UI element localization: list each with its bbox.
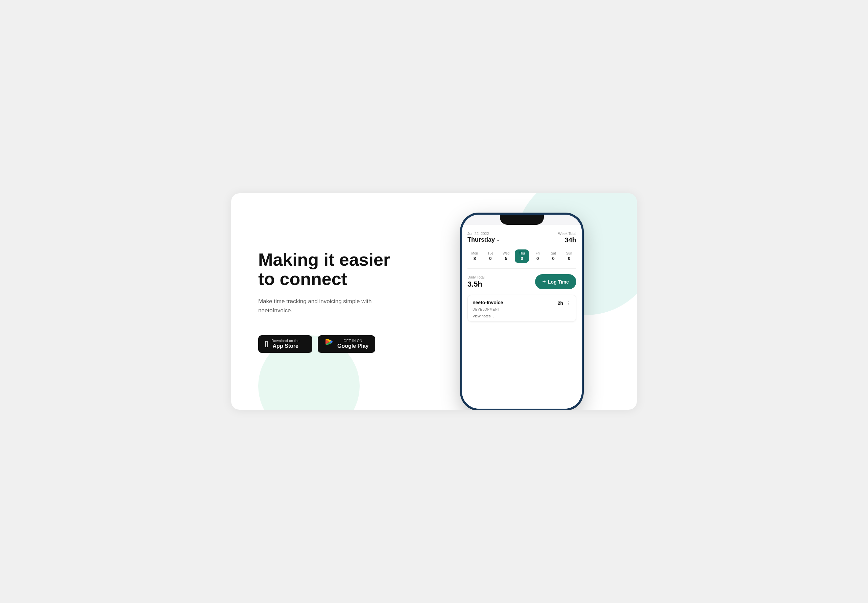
app-store-small-label: Download on the bbox=[272, 339, 300, 343]
day-pill-num: 0 bbox=[489, 256, 491, 261]
main-title: Making it easier to connect bbox=[258, 250, 400, 289]
app-store-button[interactable]:  Download on the App Store bbox=[258, 335, 312, 353]
view-notes-label: View notes bbox=[473, 314, 491, 318]
entry-project-name: neeto-Invoice bbox=[473, 300, 503, 305]
divider bbox=[468, 268, 576, 269]
week-total-value: 34h bbox=[558, 236, 576, 244]
phone-screen: Jun 22, 2022 Thursday ⌄ Week Total 34h bbox=[462, 225, 582, 409]
log-time-button[interactable]: + Log Time bbox=[535, 274, 576, 289]
day-pill-name: Fri bbox=[536, 252, 540, 255]
entry-right-block: 2h ⋮ bbox=[558, 300, 571, 306]
main-card: Making it easier to connect Make time tr… bbox=[231, 193, 637, 410]
date-small: Jun 22, 2022 bbox=[468, 232, 500, 236]
app-header: Jun 22, 2022 Thursday ⌄ Week Total 34h bbox=[468, 232, 576, 244]
day-label: Thursday bbox=[468, 236, 495, 243]
day-pill-wed[interactable]: Wed 5 bbox=[499, 249, 513, 263]
day-pill-fri[interactable]: Fri 0 bbox=[530, 249, 545, 263]
log-time-label: Log Time bbox=[548, 279, 569, 284]
right-section: Jun 22, 2022 Thursday ⌄ Week Total 34h bbox=[420, 193, 637, 410]
day-pill-name: Sun bbox=[566, 252, 572, 255]
entry-card: neeto-Invoice 2h ⋮ DEVELOPMENT View note… bbox=[468, 295, 576, 322]
entry-tag: DEVELOPMENT bbox=[473, 308, 571, 311]
phone-mockup: Jun 22, 2022 Thursday ⌄ Week Total 34h bbox=[461, 213, 583, 410]
left-section: Making it easier to connect Make time tr… bbox=[231, 223, 420, 380]
day-pill-name: Wed bbox=[503, 252, 510, 255]
phone-notch bbox=[500, 215, 544, 225]
google-play-small-label: GET IN ON bbox=[337, 339, 368, 343]
week-total-block: Week Total 34h bbox=[558, 232, 576, 244]
entry-menu-icon[interactable]: ⋮ bbox=[566, 300, 571, 306]
day-row: Thursday ⌄ bbox=[468, 236, 500, 243]
google-play-text: GET IN ON Google Play bbox=[337, 339, 368, 349]
date-day-block: Jun 22, 2022 Thursday ⌄ bbox=[468, 232, 500, 243]
day-pill-sat[interactable]: Sat 0 bbox=[546, 249, 561, 263]
day-pill-num: 0 bbox=[552, 256, 554, 261]
entry-time: 2h bbox=[558, 300, 563, 306]
day-pill-num: 0 bbox=[536, 256, 539, 261]
day-pill-name: Sat bbox=[551, 252, 556, 255]
daily-total-label: Daily Total bbox=[468, 275, 485, 279]
day-pill-name: Mon bbox=[471, 252, 478, 255]
day-pill-tue[interactable]: Tue 0 bbox=[483, 249, 498, 263]
day-pill-name: Tue bbox=[487, 252, 493, 255]
week-total-label: Week Total bbox=[558, 232, 576, 236]
app-store-text: Download on the App Store bbox=[272, 339, 300, 349]
daily-total-value: 3.5h bbox=[468, 280, 485, 289]
google-play-big-label: Google Play bbox=[337, 343, 368, 349]
google-play-button[interactable]: GET IN ON Google Play bbox=[318, 335, 375, 353]
apple-icon:  bbox=[265, 340, 269, 348]
day-pill-name: Thu bbox=[519, 252, 525, 255]
day-pill-num: 0 bbox=[568, 256, 570, 261]
chevron-down-icon[interactable]: ⌄ bbox=[496, 238, 500, 242]
daily-row: Daily Total 3.5h + Log Time bbox=[468, 274, 576, 289]
day-pills-row: Mon 8 Tue 0 Wed 5 Thu 0 Fri 0 Sat 0 Sun … bbox=[468, 249, 576, 263]
view-notes-row[interactable]: View notes ⌄ bbox=[473, 314, 571, 318]
daily-total-block: Daily Total 3.5h bbox=[468, 275, 485, 289]
day-pill-mon[interactable]: Mon 8 bbox=[468, 249, 482, 263]
day-pill-num: 5 bbox=[505, 256, 507, 261]
phone-inner: Jun 22, 2022 Thursday ⌄ Week Total 34h bbox=[462, 215, 582, 409]
day-pill-sun[interactable]: Sun 0 bbox=[562, 249, 576, 263]
view-notes-chevron-icon: ⌄ bbox=[492, 314, 495, 318]
day-pill-thu[interactable]: Thu 0 bbox=[515, 249, 529, 263]
plus-icon: + bbox=[542, 278, 546, 285]
entry-top-row: neeto-Invoice 2h ⋮ bbox=[473, 300, 571, 306]
subtitle: Make time tracking and invoicing simple … bbox=[258, 297, 387, 315]
day-pill-num: 8 bbox=[474, 256, 476, 261]
day-pill-num: 0 bbox=[520, 256, 523, 261]
app-store-big-label: App Store bbox=[272, 343, 300, 349]
play-icon bbox=[324, 339, 334, 349]
app-buttons-group:  Download on the App Store G bbox=[258, 335, 400, 353]
